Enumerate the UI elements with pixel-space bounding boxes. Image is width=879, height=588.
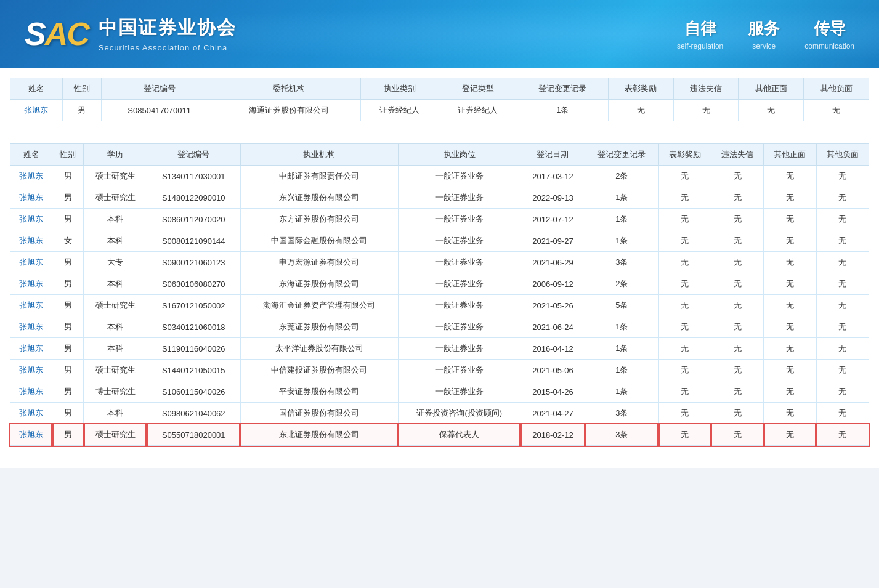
table-cell: 无 — [658, 166, 711, 187]
table-cell: 无 — [816, 381, 869, 403]
table-cell: 1条 — [585, 316, 658, 338]
table-header: 登记类型 — [439, 78, 517, 100]
table-cell: 无 — [658, 424, 711, 446]
table-cell: 男 — [52, 424, 84, 446]
table-cell: 2021-09-27 — [521, 230, 585, 252]
table-cell: S1440121050015 — [147, 360, 240, 381]
main-content: 姓名性别登记编号委托机构执业类别登记类型登记变更记录表彰奖励违法失信其他正面其他… — [0, 68, 879, 468]
table-row: 张旭东男博士研究生S1060115040026平安证券股份有限公司一般证券业务2… — [10, 381, 869, 403]
name-link[interactable]: 张旭东 — [19, 300, 43, 310]
table-header: 其他负面 — [816, 144, 869, 166]
logo-c: C — [67, 16, 89, 52]
table-cell: 张旭东 — [10, 403, 52, 424]
name-link[interactable]: 张旭东 — [19, 279, 43, 288]
table-cell: 硕士研究生 — [84, 187, 147, 209]
table-cell: 1条 — [517, 100, 608, 121]
table-cell: 大专 — [84, 252, 147, 273]
header-title-en: Securities Association of China — [99, 43, 237, 52]
name-link[interactable]: 张旭东 — [19, 257, 43, 267]
table-cell: 海通证券股份有限公司 — [217, 100, 361, 121]
table-cell: 无 — [816, 187, 869, 209]
table-cell: 无 — [816, 360, 869, 381]
table-cell: 硕士研究生 — [84, 166, 147, 187]
table-cell: 无 — [711, 252, 763, 273]
table-header: 执业类别 — [360, 78, 439, 100]
table-row: 张旭东男本科S1190116040026太平洋证券股份有限公司一般证券业务201… — [10, 338, 869, 360]
table-cell: 无 — [764, 424, 816, 446]
table-header: 表彰奖励 — [608, 78, 673, 100]
table-cell: 张旭东 — [10, 424, 52, 446]
page-header: SAC 中国证券业协会 Securities Association of Ch… — [0, 0, 879, 68]
table-row: 张旭东男本科S0340121060018东莞证券股份有限公司一般证券业务2021… — [10, 316, 869, 338]
table-cell: 无 — [816, 424, 869, 446]
table-cell: 无 — [658, 403, 711, 424]
sac-logo: SAC — [25, 15, 89, 52]
name-link[interactable]: 张旭东 — [19, 171, 43, 180]
table-cell: 东北证券股份有限公司 — [240, 424, 398, 446]
table-cell: 男 — [52, 295, 84, 316]
name-link[interactable]: 张旭东 — [19, 344, 43, 353]
table-header: 性别 — [52, 144, 84, 166]
table-cell: 无 — [764, 403, 816, 424]
table-cell: 5条 — [585, 295, 658, 316]
table-header: 违法失信 — [673, 78, 739, 100]
motto-cn: 自律 — [684, 18, 716, 39]
table-cell: 1条 — [585, 338, 658, 360]
table-header: 其他负面 — [804, 78, 869, 100]
table-cell: 无 — [816, 338, 869, 360]
table-cell: 张旭东 — [10, 381, 52, 403]
table-cell: 本科 — [84, 209, 147, 230]
table-cell: 女 — [52, 230, 84, 252]
table-cell: 一般证券业务 — [398, 252, 521, 273]
name-link[interactable]: 张旭东 — [19, 365, 43, 374]
table-cell: 无 — [673, 100, 739, 121]
table-header: 姓名 — [10, 78, 63, 100]
table-cell: 男 — [52, 381, 84, 403]
table-cell: 无 — [711, 424, 763, 446]
table-cell: 2015-04-26 — [521, 381, 585, 403]
header-motto-item: 服务 service — [748, 18, 780, 50]
table-cell: 2022-09-13 — [521, 187, 585, 209]
table-cell: 无 — [711, 381, 763, 403]
table-cell: S1060115040026 — [147, 381, 240, 403]
table-row: 张旭东男硕士研究生S1670121050002渤海汇金证券资产管理有限公司一般证… — [10, 295, 869, 316]
table-row: 张旭东男硕士研究生S1340117030001中邮证券有限责任公司一般证券业务2… — [10, 166, 869, 187]
name-link[interactable]: 张旭东 — [19, 236, 43, 245]
name-link[interactable]: 张旭东 — [24, 105, 48, 115]
table-cell: 无 — [711, 209, 763, 230]
table-cell: 无 — [658, 252, 711, 273]
table-cell: 无 — [764, 316, 816, 338]
table-cell: 1条 — [585, 209, 658, 230]
table-cell: 平安证券股份有限公司 — [240, 381, 398, 403]
name-link[interactable]: 张旭东 — [19, 322, 43, 331]
table-row: 张旭东男本科S0630106080270东海证券股份有限公司一般证券业务2006… — [10, 273, 869, 295]
table-cell: 2021-05-06 — [521, 360, 585, 381]
table-cell: S0550718020001 — [147, 424, 240, 446]
table-cell: S1340117030001 — [147, 166, 240, 187]
table-cell: 硕士研究生 — [84, 360, 147, 381]
table-cell: 张旭东 — [10, 252, 52, 273]
table-cell: 博士研究生 — [84, 381, 147, 403]
name-link[interactable]: 张旭东 — [19, 214, 43, 224]
table-header: 登记变更记录 — [517, 78, 608, 100]
table-cell: 证券经纪人 — [439, 100, 517, 121]
table-cell: 2018-02-12 — [521, 424, 585, 446]
table-cell: 无 — [658, 381, 711, 403]
table-cell: 无 — [658, 338, 711, 360]
table-header: 违法失信 — [711, 144, 763, 166]
table-header: 表彰奖励 — [658, 144, 711, 166]
table-cell: 太平洋证券股份有限公司 — [240, 338, 398, 360]
table-cell: S0630106080270 — [147, 273, 240, 295]
table-cell: 证券投资咨询(投资顾问) — [398, 403, 521, 424]
name-link[interactable]: 张旭东 — [19, 193, 43, 202]
table-cell: S0980621040062 — [147, 403, 240, 424]
name-link[interactable]: 张旭东 — [19, 430, 43, 439]
table-cell: 2016-04-12 — [521, 338, 585, 360]
table-cell: 本科 — [84, 316, 147, 338]
name-link[interactable]: 张旭东 — [19, 387, 43, 396]
table-cell: 男 — [52, 316, 84, 338]
name-link[interactable]: 张旭东 — [19, 408, 43, 417]
table-row: 张旭东男硕士研究生S1440121050015中信建投证券股份有限公司一般证券业… — [10, 360, 869, 381]
table-header: 登记编号 — [147, 144, 240, 166]
table-header: 姓名 — [10, 144, 52, 166]
